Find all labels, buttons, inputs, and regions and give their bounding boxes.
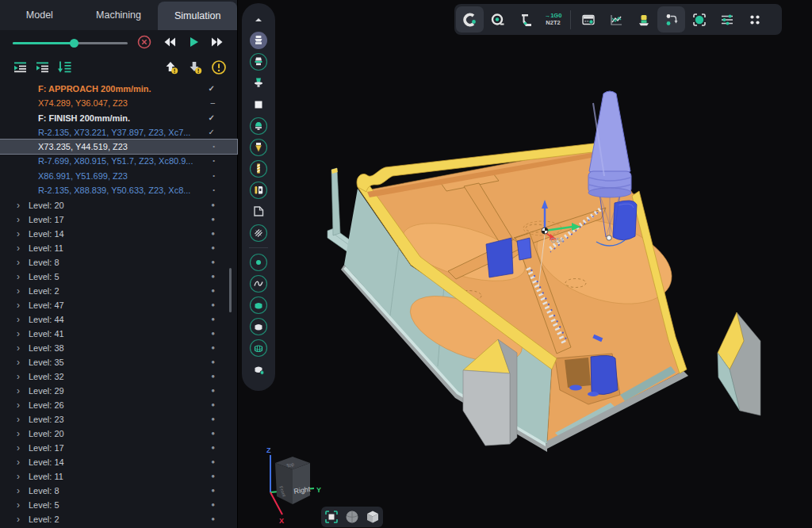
level-row[interactable]: › Level: 20 xyxy=(0,198,237,212)
shaded-view-icon[interactable] xyxy=(343,508,362,526)
spline-icon[interactable] xyxy=(248,273,269,294)
chevron-right-icon[interactable]: › xyxy=(17,412,20,427)
surface-filled-icon[interactable] xyxy=(248,294,269,316)
chevron-right-icon[interactable]: › xyxy=(17,312,20,327)
chevron-right-icon[interactable]: › xyxy=(17,369,20,384)
sliders-icon[interactable] xyxy=(713,6,741,33)
chevron-right-icon[interactable]: › xyxy=(17,384,20,398)
level-row[interactable]: › Level: 29 xyxy=(0,384,237,398)
warning-icon[interactable] xyxy=(209,58,228,77)
viewport-3d[interactable]: G54 xyxy=(238,0,812,528)
tool-stack-icon[interactable] xyxy=(630,6,657,33)
drill-bit-icon[interactable] xyxy=(248,158,269,179)
gcode-line[interactable]: R-2.135, X73.221, Y37.897, Z23, Xc7... ✓ xyxy=(0,125,237,140)
tool-mini-icon[interactable] xyxy=(248,72,269,94)
level-row[interactable]: › Level: 14 xyxy=(0,227,237,241)
chevron-right-icon[interactable]: › xyxy=(17,469,20,484)
chevron-right-icon[interactable]: › xyxy=(17,327,20,341)
level-row[interactable]: › Level: 5 xyxy=(0,498,237,512)
path-points-icon[interactable] xyxy=(657,6,685,33)
gcode-line[interactable]: X74.289, Y36.047, Z23 – xyxy=(0,96,237,110)
rewind-icon[interactable] xyxy=(160,33,179,52)
measure-tape-icon[interactable] xyxy=(484,6,511,33)
tool-holder-block-icon[interactable] xyxy=(248,179,269,201)
tab-model[interactable]: Model xyxy=(0,0,79,30)
step-down-icon[interactable] xyxy=(186,58,205,77)
chevron-right-icon[interactable]: › xyxy=(17,212,20,227)
chevron-right-icon[interactable]: › xyxy=(17,341,20,355)
chevron-right-icon[interactable]: › xyxy=(17,198,20,212)
level-row[interactable]: › Level: 14 xyxy=(0,455,237,469)
magnet-icon[interactable] xyxy=(456,6,484,33)
orientation-cube[interactable]: Top Front Right Z Y X xyxy=(266,446,321,525)
chevron-right-icon[interactable]: › xyxy=(17,455,20,469)
level-row[interactable]: › Level: 44 xyxy=(0,312,237,327)
level-row[interactable]: › Level: 23 xyxy=(0,412,237,427)
level-row[interactable]: › Level: 5 xyxy=(0,270,237,284)
chevron-right-icon[interactable]: › xyxy=(17,284,20,298)
caliper-icon[interactable] xyxy=(511,6,539,33)
level-row[interactable]: › Level: 17 xyxy=(0,212,237,227)
focus-center-icon[interactable] xyxy=(685,6,713,33)
restart-icon[interactable] xyxy=(135,33,154,52)
cutter-cone-icon[interactable] xyxy=(248,136,269,158)
fast-forward-icon[interactable] xyxy=(208,33,227,52)
chevron-right-icon[interactable]: › xyxy=(17,484,20,498)
gcode-line[interactable]: X86.991, Y51.699, Z23 • xyxy=(0,169,237,183)
chart-icon[interactable] xyxy=(602,6,630,33)
level-row[interactable]: › Level: 11 xyxy=(0,241,237,255)
apps-grid-icon[interactable] xyxy=(741,6,768,33)
tab-machining[interactable]: Machining xyxy=(79,0,159,30)
chevron-right-icon[interactable]: › xyxy=(17,512,20,526)
tool-holder-selected-icon[interactable] xyxy=(248,29,269,51)
tool-holder-icon[interactable] xyxy=(248,51,269,72)
chevron-right-icon[interactable]: › xyxy=(17,427,20,441)
timeline-handle[interactable] xyxy=(70,39,79,48)
solid-view-icon[interactable] xyxy=(363,508,382,526)
panel-icon[interactable] xyxy=(574,6,602,33)
gcode-line[interactable]: F: FINISH 200mm/min. ✓ xyxy=(0,111,237,125)
tool-dome-icon[interactable] xyxy=(248,115,269,136)
point-icon[interactable] xyxy=(248,251,269,273)
hatch-icon[interactable] xyxy=(248,222,269,243)
gcode-line[interactable]: X73.235, Y44.519, Z23 • xyxy=(0,140,237,154)
panel-scrollbar[interactable] xyxy=(229,268,232,312)
stop-square-icon[interactable] xyxy=(248,94,269,115)
chevron-right-icon[interactable]: › xyxy=(17,255,20,270)
surface-grid-icon[interactable] xyxy=(248,337,269,358)
level-row[interactable]: › Level: 17 xyxy=(0,441,237,455)
goto-first-icon[interactable] xyxy=(11,58,30,77)
level-row[interactable]: › Level: 8 xyxy=(0,484,237,498)
chevron-right-icon[interactable]: › xyxy=(17,241,20,255)
level-row[interactable]: › Level: 8 xyxy=(0,255,237,270)
timeline-slider[interactable] xyxy=(13,42,128,44)
level-row[interactable]: › Level: 2 xyxy=(0,512,237,526)
step-up-icon[interactable] xyxy=(162,58,181,77)
page-flip-icon[interactable] xyxy=(248,201,269,222)
level-row[interactable]: › Level: 11 xyxy=(0,469,237,484)
tab-simulation[interactable]: Simulation xyxy=(158,2,237,30)
level-row[interactable]: › Level: 38 xyxy=(0,341,237,355)
chevron-right-icon[interactable]: › xyxy=(17,298,20,312)
chevron-right-icon[interactable]: › xyxy=(17,355,20,369)
collapse-chevron-icon[interactable] xyxy=(248,8,269,29)
level-row[interactable]: › Level: 20 xyxy=(0,427,237,441)
gcode-line[interactable]: R-7.699, X80.915, Y51.7, Z23, Xc80.9... … xyxy=(0,154,237,168)
surface-point-icon[interactable] xyxy=(248,358,269,380)
chevron-right-icon[interactable]: › xyxy=(17,227,20,241)
level-row[interactable]: › Level: 35 xyxy=(0,355,237,369)
gcode-line[interactable]: R-2.135, X88.839, Y50.633, Z23, Xc8... • xyxy=(0,183,237,197)
play-icon[interactable] xyxy=(184,33,203,52)
level-row[interactable]: › Level: 32 xyxy=(0,369,237,384)
wireframe-view-icon[interactable] xyxy=(322,508,341,526)
chevron-right-icon[interactable]: › xyxy=(17,498,20,512)
chevron-right-icon[interactable]: › xyxy=(17,398,20,412)
level-row[interactable]: › Level: 2 xyxy=(0,284,237,298)
goto-current-icon[interactable] xyxy=(33,58,52,77)
gcode-badge[interactable]: →1G0N2T2 xyxy=(539,6,567,33)
level-row[interactable]: › Level: 26 xyxy=(0,398,237,412)
gcode-line[interactable]: F: APPROACH 200mm/min. ✓ xyxy=(0,82,237,96)
chevron-right-icon[interactable]: › xyxy=(17,270,20,284)
level-row[interactable]: › Level: 41 xyxy=(0,327,237,341)
goto-line-icon[interactable] xyxy=(56,58,75,77)
